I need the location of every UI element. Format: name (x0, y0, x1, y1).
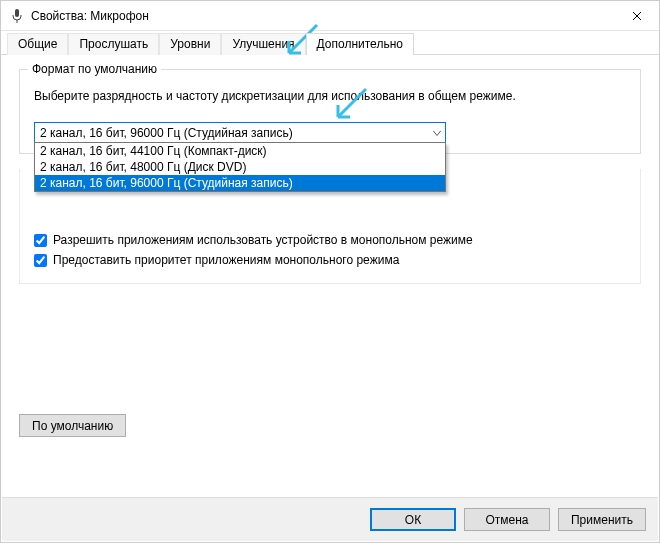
tab-listen[interactable]: Прослушать (68, 33, 159, 55)
check-row-allow-exclusive[interactable]: Разрешить приложениям использовать устро… (34, 233, 626, 247)
close-icon (632, 8, 642, 24)
svg-rect-0 (15, 9, 19, 17)
format-option-44100[interactable]: 2 канал, 16 бит, 44100 Гц (Компакт-диск) (35, 143, 445, 159)
check-row-priority-exclusive[interactable]: Предоставить приоритет приложениям моноп… (34, 253, 626, 267)
checkbox-priority-exclusive-label: Предоставить приоритет приложениям моноп… (53, 253, 399, 267)
format-select-wrap: 2 канал, 16 бит, 96000 Гц (Студийная зап… (34, 122, 446, 143)
window-title: Свойства: Микрофон (31, 9, 149, 23)
tab-advanced[interactable]: Дополнительно (306, 33, 414, 55)
close-button[interactable] (614, 1, 659, 31)
chevron-down-icon (433, 127, 441, 138)
group-description: Выберите разрядность и частоту дискретиз… (34, 88, 626, 104)
group-legend: Формат по умолчанию (28, 62, 161, 76)
format-select-value: 2 канал, 16 бит, 96000 Гц (Студийная зап… (40, 126, 293, 140)
titlebar: Свойства: Микрофон (1, 1, 659, 31)
format-option-96000[interactable]: 2 канал, 16 бит, 96000 Гц (Студийная зап… (35, 175, 445, 191)
tab-enhancements[interactable]: Улучшения (221, 33, 305, 55)
group-default-format: Формат по умолчанию Выберите разрядность… (19, 69, 641, 154)
format-option-48000[interactable]: 2 канал, 16 бит, 48000 Гц (Диск DVD) (35, 159, 445, 175)
format-select[interactable]: 2 канал, 16 бит, 96000 Гц (Студийная зап… (34, 122, 446, 143)
dialog-button-bar: ОК Отмена Применить (2, 497, 658, 541)
checkbox-allow-exclusive[interactable] (34, 234, 47, 247)
restore-defaults-button[interactable]: По умолчанию (19, 414, 126, 437)
cancel-button[interactable]: Отмена (464, 508, 550, 531)
ok-button[interactable]: ОК (370, 508, 456, 531)
format-dropdown: 2 канал, 16 бит, 44100 Гц (Компакт-диск)… (34, 142, 446, 192)
defaults-row: По умолчанию (19, 414, 641, 437)
tab-content: Формат по умолчанию Выберите разрядность… (1, 55, 659, 451)
checkbox-allow-exclusive-label: Разрешить приложениям использовать устро… (53, 233, 473, 247)
microphone-icon (9, 8, 25, 24)
tab-levels[interactable]: Уровни (159, 33, 221, 55)
tab-general[interactable]: Общие (7, 33, 68, 55)
tabstrip: Общие Прослушать Уровни Улучшения Дополн… (1, 31, 659, 55)
checkbox-priority-exclusive[interactable] (34, 254, 47, 267)
apply-button[interactable]: Применить (558, 508, 646, 531)
